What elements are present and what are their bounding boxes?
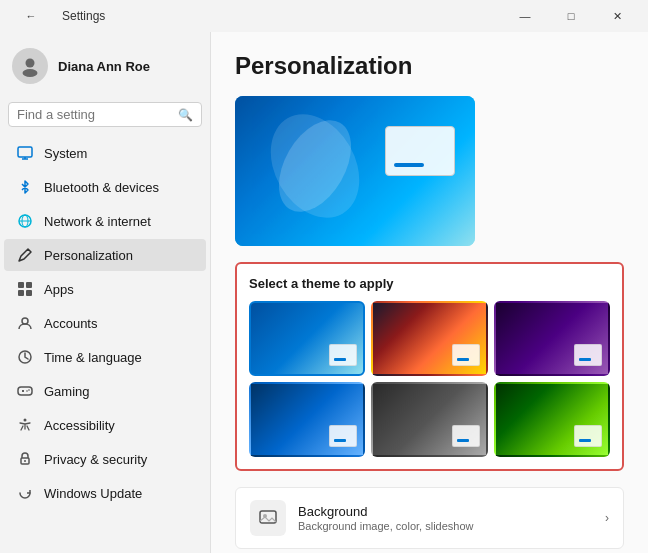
theme-preview [235,96,475,246]
svg-point-18 [28,389,30,391]
content-area: Personalization Select a theme to apply [210,32,648,553]
theme-tile-0[interactable] [249,301,365,376]
svg-rect-9 [26,282,32,288]
svg-point-0 [26,59,35,68]
accounts-icon [16,314,34,332]
svg-point-19 [24,419,27,422]
svg-rect-11 [26,290,32,296]
sidebar-item-apps[interactable]: Apps [4,273,206,305]
sidebar-item-update-label: Windows Update [44,486,142,501]
minimize-button[interactable]: — [502,0,548,32]
page-title: Personalization [235,52,624,80]
svg-point-17 [26,390,28,392]
svg-rect-2 [18,147,32,157]
close-button[interactable]: ✕ [594,0,640,32]
preview-window [385,126,455,176]
settings-item-background[interactable]: Background Background image, color, slid… [235,487,624,549]
theme-selector: Select a theme to apply [235,262,624,471]
sidebar-item-time[interactable]: Time & language [4,341,206,373]
theme-mini-window-0 [329,344,357,366]
personalization-icon [16,246,34,264]
background-title: Background [298,504,605,519]
back-button[interactable]: ← [8,0,54,32]
svg-point-21 [24,460,26,462]
background-desc: Background image, color, slideshow [298,520,605,532]
sidebar-item-bluetooth[interactable]: Bluetooth & devices [4,171,206,203]
search-box[interactable]: 🔍 [8,102,202,127]
user-name: Diana Ann Roe [58,59,150,74]
sidebar: Diana Ann Roe 🔍 System [0,32,210,553]
theme-mini-window-1 [452,344,480,366]
accessibility-icon [16,416,34,434]
sidebar-item-bluetooth-label: Bluetooth & devices [44,180,159,195]
sidebar-item-accounts-label: Accounts [44,316,97,331]
maximize-button[interactable]: □ [548,0,594,32]
titlebar-title: Settings [62,9,105,23]
update-icon [16,484,34,502]
svg-rect-24 [260,511,276,523]
sidebar-item-system[interactable]: System [4,137,206,169]
svg-rect-8 [18,282,24,288]
theme-tile-5[interactable] [494,382,610,457]
theme-tile-4[interactable] [371,382,487,457]
system-icon [16,144,34,162]
svg-rect-14 [18,387,32,395]
theme-mini-window-4 [452,425,480,447]
sidebar-item-gaming-label: Gaming [44,384,90,399]
gaming-icon [16,382,34,400]
theme-mini-window-3 [329,425,357,447]
search-input[interactable] [17,107,172,122]
theme-tile-2[interactable] [494,301,610,376]
titlebar-controls: — □ ✕ [502,0,640,32]
sidebar-item-privacy-label: Privacy & security [44,452,147,467]
sidebar-item-accessibility[interactable]: Accessibility [4,409,206,441]
bluetooth-icon [16,178,34,196]
background-text: Background Background image, color, slid… [298,504,605,532]
theme-mini-window-5 [574,425,602,447]
background-chevron: › [605,511,609,525]
sidebar-item-network[interactable]: Network & internet [4,205,206,237]
user-section[interactable]: Diana Ann Roe [0,40,210,96]
theme-grid [249,301,610,457]
time-icon [16,348,34,366]
search-icon: 🔍 [178,108,193,122]
titlebar: ← Settings — □ ✕ [0,0,648,32]
svg-point-12 [22,318,28,324]
sidebar-item-accounts[interactable]: Accounts [4,307,206,339]
sidebar-item-network-label: Network & internet [44,214,151,229]
sidebar-item-system-label: System [44,146,87,161]
sidebar-item-gaming[interactable]: Gaming [4,375,206,407]
sidebar-item-time-label: Time & language [44,350,142,365]
app-container: Diana Ann Roe 🔍 System [0,32,648,553]
svg-point-1 [23,69,38,77]
titlebar-left: ← Settings [8,0,105,32]
sidebar-item-personalization-label: Personalization [44,248,133,263]
sidebar-item-update[interactable]: Windows Update [4,477,206,509]
apps-icon [16,280,34,298]
theme-selector-title: Select a theme to apply [249,276,610,291]
avatar [12,48,48,84]
sidebar-item-privacy[interactable]: Privacy & security [4,443,206,475]
sidebar-item-accessibility-label: Accessibility [44,418,115,433]
background-icon [250,500,286,536]
theme-tile-3[interactable] [249,382,365,457]
sidebar-item-personalization[interactable]: Personalization [4,239,206,271]
theme-tile-1[interactable] [371,301,487,376]
svg-rect-10 [18,290,24,296]
network-icon [16,212,34,230]
privacy-icon [16,450,34,468]
sidebar-item-apps-label: Apps [44,282,74,297]
theme-mini-window-2 [574,344,602,366]
